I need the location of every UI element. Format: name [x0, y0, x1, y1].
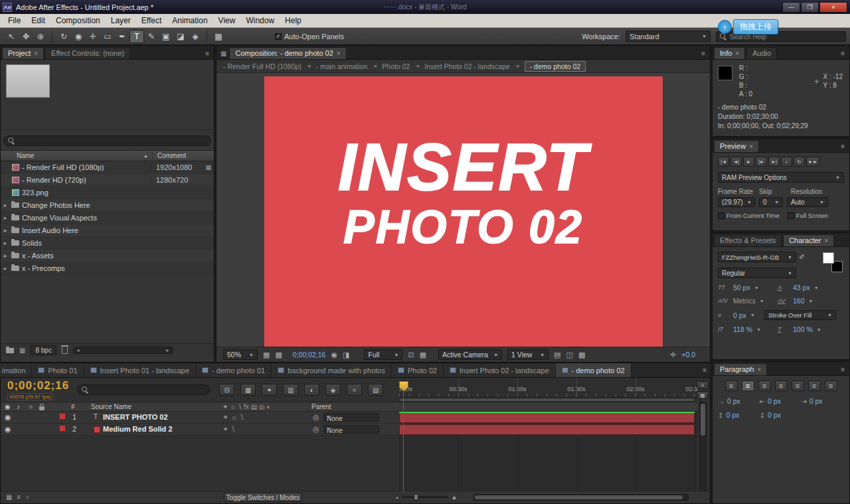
layer-name[interactable]: INSERT PHOTO 02	[103, 413, 168, 421]
align-center-button[interactable]: ≡	[742, 380, 754, 391]
layer-switches-icons[interactable]: ✦ ☼ ∖	[222, 413, 244, 422]
tab-project[interactable]: Project ×	[2, 47, 44, 59]
layer-duration-bar[interactable]	[399, 424, 695, 435]
pen-tool-icon[interactable]: ✒	[115, 30, 129, 43]
caret-down-icon[interactable]: ▼	[760, 299, 764, 303]
timeline-options-icon[interactable]: ≡	[697, 381, 709, 389]
eyedropper-icon[interactable]: ✐	[799, 253, 805, 262]
leading-value[interactable]: 43 px	[793, 284, 810, 292]
grid-icon[interactable]: ▩	[275, 351, 282, 359]
workspace-icon[interactable]: ▦	[211, 30, 226, 43]
next-frame-button[interactable]: |►	[756, 157, 767, 167]
loop-button[interactable]: ↻	[794, 157, 805, 167]
timeline-tab[interactable]: imation	[0, 363, 32, 377]
indent-left-value[interactable]: 0 px	[768, 397, 781, 405]
clone-stamp-tool-icon[interactable]: ▣	[159, 30, 173, 43]
expand-icon[interactable]: ▸	[1, 202, 10, 209]
close-icon[interactable]: ×	[34, 50, 38, 57]
transparency-grid-icon[interactable]: ▦	[420, 351, 426, 359]
column-comment[interactable]: Comment	[152, 152, 214, 159]
panel-menu-icon[interactable]: ≡	[703, 367, 707, 374]
breadcrumb-item[interactable]: - main animation	[316, 62, 368, 70]
justify-last-center-button[interactable]: ≡	[792, 380, 804, 391]
expand-icon[interactable]: ▸	[1, 214, 10, 221]
brainstorm-icon[interactable]: ◈	[325, 384, 341, 396]
maximize-button[interactable]: ❐	[801, 2, 819, 13]
space-before-value[interactable]: 0 px	[726, 411, 739, 419]
timeline-search[interactable]	[77, 384, 210, 395]
table-row[interactable]: 323.png	[1, 187, 214, 199]
tab-composition[interactable]: Composition: - demo photo 02 ×	[229, 47, 346, 59]
table-row[interactable]: ▸ Insert Audio Here	[1, 224, 214, 237]
expand-icon[interactable]: ▸	[1, 240, 10, 246]
time-ruler[interactable]: 0:00s 00:30s 01:00s 01:30s 02:00s 02:30s	[399, 378, 698, 398]
frame-rate-dropdown[interactable]: (29.97) ▼	[718, 197, 755, 207]
project-search-input[interactable]	[18, 137, 207, 145]
tab-effects-presets[interactable]: Effects & Presets	[714, 234, 782, 246]
trash-icon[interactable]	[62, 347, 68, 354]
panel-menu-icon[interactable]: ≡	[701, 50, 709, 59]
eraser-tool-icon[interactable]: ◪	[173, 30, 188, 43]
breadcrumb-item[interactable]: Photo 02	[382, 62, 410, 70]
tracking-value[interactable]: 160	[793, 297, 805, 305]
pickwhip-icon[interactable]: ◎	[313, 413, 319, 422]
eye-icon[interactable]: ◉	[5, 413, 11, 422]
table-row[interactable]: ▸ x - Precomps	[1, 262, 214, 275]
composition-viewport[interactable]: INSERT PHOTO 02	[216, 73, 710, 347]
close-icon[interactable]: ×	[735, 50, 739, 57]
menu-edit[interactable]: Edit	[26, 15, 50, 27]
timeline-tab[interactable]: - demo photo 01	[196, 363, 272, 377]
eye-icon[interactable]: ◉	[5, 425, 11, 434]
magnification-dropdown[interactable]: 50% ▼	[223, 349, 258, 360]
fast-previews-icon[interactable]: ◫	[566, 351, 573, 359]
ram-preview-options-dropdown[interactable]: RAM Preview Options ▼	[718, 172, 844, 183]
parent-dropdown[interactable]: None ▼	[323, 425, 379, 434]
align-left-button[interactable]: ≡	[725, 380, 738, 391]
layer-color-chip[interactable]	[59, 413, 66, 420]
table-row[interactable]: ▸ Solids	[1, 237, 214, 250]
font-family-dropdown[interactable]: FZZhengHeiS-R-GB ▼	[718, 252, 796, 262]
type-tool-icon[interactable]: T	[129, 30, 144, 43]
caret-down-icon[interactable]: ▼	[814, 286, 819, 290]
layer-row[interactable]: ◉ 2 Medium Red Solid 2 ✦ ∖ ◎ None ▼	[1, 424, 399, 436]
expand-icon[interactable]: ▸	[1, 252, 10, 259]
caret-down-icon[interactable]: ▼	[817, 327, 821, 332]
fill-stroke-swatches[interactable]	[823, 252, 843, 272]
caret-down-icon[interactable]: ▼	[809, 299, 813, 303]
timeline-button-icon[interactable]: ▩	[578, 351, 585, 359]
exposure-icon[interactable]: ✛	[670, 351, 676, 359]
layer-switches-icons[interactable]: ✦ ∖	[222, 425, 235, 434]
justify-all-button[interactable]: ≡	[825, 380, 837, 391]
panel-menu-icon[interactable]: ≡	[841, 366, 848, 375]
play-button[interactable]: ►	[743, 157, 754, 167]
indent-first-value[interactable]: 0 px	[727, 397, 740, 405]
column-parent[interactable]: Parent	[311, 403, 331, 410]
mini-flowchart-button-icon[interactable]: ⊟	[219, 384, 234, 396]
timeline-tab[interactable]: background made with photos	[272, 363, 392, 377]
camera-dropdown[interactable]: Active Camera ▼	[438, 349, 502, 360]
camera-tool-icon[interactable]: ◉	[71, 30, 86, 43]
horizontal-scale-value[interactable]: 100 %	[793, 325, 813, 333]
timeline-search-input[interactable]	[92, 386, 205, 394]
graph-editor-icon[interactable]: ▤	[368, 384, 383, 396]
draft-3d-icon[interactable]: ▦	[240, 384, 256, 396]
timeline-hscrollbar[interactable]	[473, 494, 689, 501]
first-frame-button[interactable]: |◄	[718, 157, 729, 167]
timeline-vscrollbar[interactable]	[699, 402, 707, 492]
caret-down-icon[interactable]: ▼	[754, 286, 759, 290]
tab-preview[interactable]: Preview ×	[714, 140, 759, 152]
zoom-tool-icon[interactable]: ⊕	[33, 30, 48, 43]
column-source-name[interactable]: Source Name	[91, 403, 131, 410]
timeline-tab-active[interactable]: - demo photo 02	[556, 363, 632, 377]
timeline-tab[interactable]: Photo 01	[32, 363, 84, 377]
justify-last-right-button[interactable]: ≡	[808, 380, 821, 391]
last-frame-button[interactable]: ►|	[768, 157, 780, 167]
expand-icon[interactable]: ▸	[1, 227, 10, 234]
justify-last-left-button[interactable]: ≡	[775, 380, 788, 391]
panel-grid-icon[interactable]: ▦	[218, 50, 228, 59]
puppet-tool-icon[interactable]: ◈	[188, 30, 203, 43]
close-icon[interactable]: ×	[824, 237, 828, 244]
zoom-out-icon[interactable]: ▲	[395, 495, 399, 499]
font-size-value[interactable]: 50 px	[733, 284, 750, 292]
frame-blending-icon[interactable]: ▥	[283, 384, 298, 396]
